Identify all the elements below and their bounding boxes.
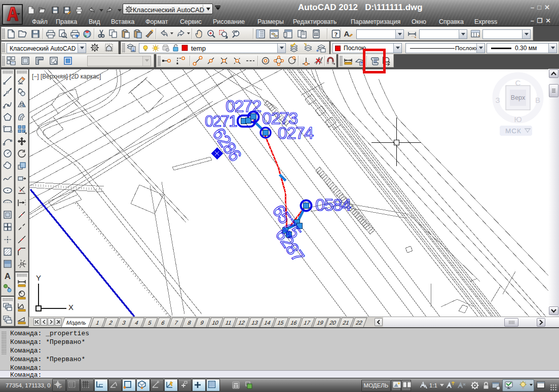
svg-text:Верх: Верх [511,94,526,101]
svg-text:Ю: Ю [514,115,521,124]
svg-text:МСК: МСК [505,127,521,135]
svg-text:?: ? [334,30,338,38]
svg-text:A: A [344,29,350,38]
svg-text:0274: 0274 [278,123,313,142]
svg-text:X: X [68,303,73,311]
svg-text:6286: 6286 [209,124,245,164]
svg-text:0584: 0584 [315,195,351,214]
svg-text:З: З [495,96,500,104]
svg-text:P: P [59,385,62,389]
svg-text:Y: Y [36,273,41,282]
svg-text:A: A [5,271,11,281]
svg-text:temp: temp [191,45,206,52]
svg-text:В: В [535,96,540,104]
svg-text:С: С [515,79,521,87]
